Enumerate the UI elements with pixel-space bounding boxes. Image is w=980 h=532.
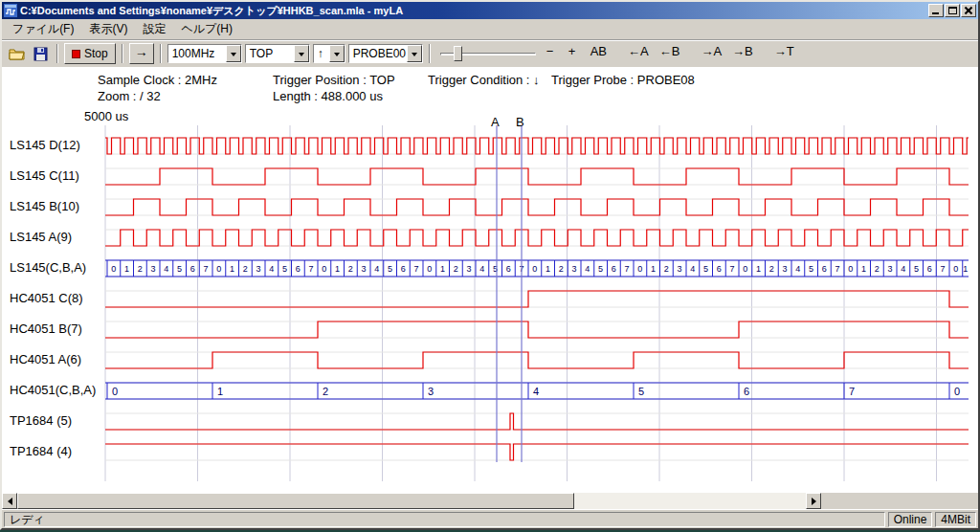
- info-length: Length : 488.000 us: [273, 89, 383, 103]
- chevron-down-icon[interactable]: [294, 45, 309, 62]
- waveform-trace: [105, 444, 969, 460]
- signal-label[interactable]: LS145(C,B,A): [10, 259, 86, 276]
- marker-label-b[interactable]: B: [516, 115, 524, 129]
- bus-value: 1: [230, 264, 234, 274]
- waveform-trace: [105, 138, 969, 154]
- bus-value: 1: [217, 386, 223, 397]
- signal-label[interactable]: LS145 B(10): [10, 198, 79, 214]
- zoom-slider[interactable]: [440, 44, 536, 63]
- horizontal-scrollbar[interactable]: [2, 493, 821, 509]
- bus-value: 4: [269, 264, 274, 274]
- bus-value: 3: [256, 264, 261, 274]
- sample-clock-value: 100MHz: [168, 45, 226, 62]
- toolbar-separator: [429, 44, 431, 63]
- run-button[interactable]: →: [129, 43, 154, 64]
- waveform-canvas[interactable]: 0123456701234567012345670123456701234567…: [2, 125, 978, 493]
- chevron-down-icon[interactable]: [407, 45, 422, 62]
- bus-value: 6: [296, 264, 301, 274]
- bus-value: 0: [954, 386, 960, 397]
- bus-value: 1: [546, 264, 550, 274]
- signal-label[interactable]: HC4051(C,B,A): [10, 382, 96, 398]
- trigger-probe-select[interactable]: PROBE00: [348, 44, 423, 63]
- signal-label[interactable]: TP1684 (4): [10, 443, 72, 459]
- info-trigger-position: Trigger Position : TOP: [273, 73, 395, 87]
- ab-markers-button[interactable]: AB: [587, 44, 611, 63]
- goto-marker-b-right-button[interactable]: →B: [728, 44, 757, 63]
- signal-label[interactable]: HC4051 C(8): [10, 290, 83, 306]
- bus-value: 4: [479, 264, 484, 274]
- signal-label[interactable]: HC4051 B(7): [10, 321, 82, 337]
- menu-item-file[interactable]: ファイル(F): [5, 19, 81, 39]
- scrollbar-row: [2, 493, 978, 509]
- toolbar-separator: [160, 44, 162, 63]
- sample-clock-select[interactable]: 100MHz: [167, 44, 242, 63]
- goto-marker-a-left-button[interactable]: ←A: [624, 44, 653, 63]
- marker-label-a[interactable]: A: [491, 115, 500, 129]
- scrollbar-track[interactable]: [17, 493, 806, 509]
- chevron-down-icon[interactable]: [226, 45, 241, 62]
- open-file-button[interactable]: [6, 43, 27, 64]
- bus-value: 2: [559, 264, 564, 274]
- bus-value: 4: [795, 264, 800, 274]
- chevron-down-icon[interactable]: [329, 45, 345, 62]
- signal-label[interactable]: TP1684 (5): [10, 412, 72, 429]
- scroll-right-button[interactable]: [806, 493, 821, 509]
- menu-item-settings[interactable]: 設定: [135, 19, 173, 39]
- bus-value: 3: [151, 264, 156, 274]
- bus-value: 5: [703, 264, 708, 274]
- menu-item-view[interactable]: 表示(V): [81, 19, 135, 39]
- maximize-button[interactable]: [945, 4, 960, 17]
- stop-button[interactable]: Stop: [64, 43, 116, 64]
- goto-marker-b-left-button[interactable]: ←B: [656, 44, 684, 63]
- trigger-edge-value: ↑: [314, 45, 329, 62]
- scroll-left-button[interactable]: [2, 493, 17, 509]
- bus-value: 0: [743, 264, 747, 274]
- bus-value: 6: [744, 386, 749, 397]
- bus-value: 5: [809, 264, 813, 274]
- title-bar[interactable]: C:¥Documents and Settings¥noname¥デスクトップ¥…: [2, 2, 978, 19]
- bus-value: 3: [467, 264, 472, 274]
- waveform-trace: [105, 352, 969, 368]
- signal-label[interactable]: LS145 A(9): [10, 229, 72, 245]
- close-icon: [964, 6, 973, 15]
- bus-value: 4: [164, 264, 168, 274]
- bus-value: 5: [282, 264, 287, 274]
- bus-value: 2: [138, 264, 143, 274]
- arrow-right-icon: [812, 498, 820, 505]
- bus-value: 7: [204, 264, 209, 274]
- close-button[interactable]: [961, 4, 976, 17]
- bus-value: 6: [506, 264, 511, 274]
- goto-marker-a-right-button[interactable]: →A: [697, 44, 725, 63]
- waveform-trace: [105, 230, 969, 246]
- scrollbar-thumb[interactable]: [17, 493, 574, 509]
- bus-value: 0: [322, 264, 326, 274]
- bus-value: 2: [875, 264, 880, 274]
- menu-item-help[interactable]: ヘルプ(H): [173, 19, 240, 39]
- signal-label[interactable]: LS145 C(11): [10, 167, 79, 184]
- trigger-position-select[interactable]: TOP: [245, 44, 310, 63]
- signal-label[interactable]: LS145 D(12): [10, 137, 80, 153]
- bus-value: 0: [216, 264, 221, 274]
- info-sample-clock: Sample Clock : 2MHz: [98, 73, 217, 87]
- bus-value: 1: [861, 264, 866, 274]
- bus-value: 2: [323, 386, 328, 397]
- bus-value: 0: [112, 386, 118, 397]
- waveform-trace: [105, 413, 969, 430]
- save-file-button[interactable]: [30, 43, 51, 64]
- bus-value: 0: [111, 264, 116, 274]
- trigger-edge-select[interactable]: ↑: [313, 44, 345, 63]
- bus-value: 6: [717, 264, 722, 274]
- info-zoom: Zoom : / 32: [98, 89, 161, 103]
- stop-label: Stop: [84, 47, 108, 60]
- bus-value: 0: [953, 264, 958, 274]
- bus-value: 1: [440, 264, 445, 274]
- goto-trigger-button[interactable]: →T: [770, 44, 798, 63]
- save-icon: [33, 47, 48, 61]
- signal-label[interactable]: HC4051 A(6): [10, 351, 81, 367]
- minimize-button[interactable]: [928, 4, 944, 17]
- bus-value: 0: [427, 264, 432, 274]
- bus-value: 3: [783, 264, 788, 274]
- zoom-out-button[interactable]: −: [543, 44, 562, 63]
- zoom-in-button[interactable]: +: [565, 44, 584, 63]
- slider-thumb[interactable]: [454, 46, 462, 61]
